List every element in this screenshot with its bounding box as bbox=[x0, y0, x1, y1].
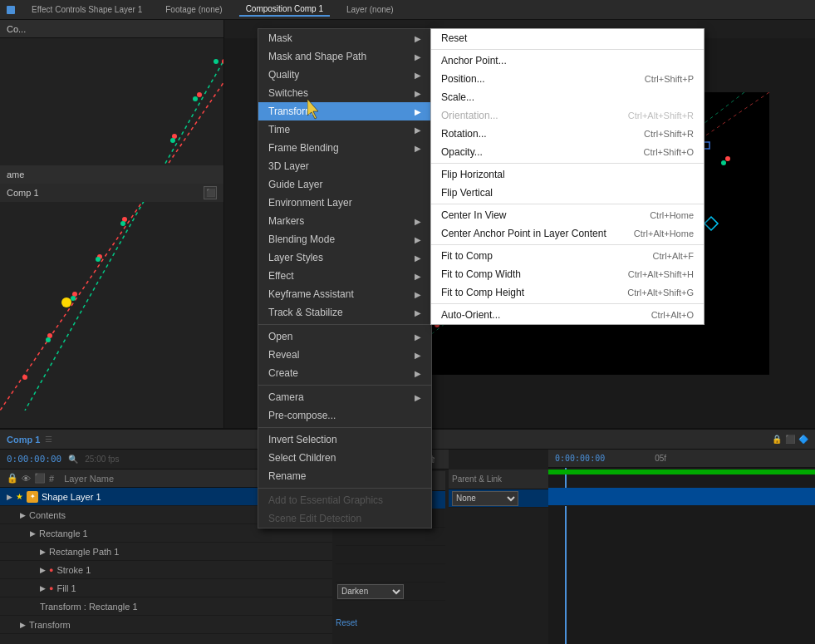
menu-item-time[interactable]: Time ▶ bbox=[258, 120, 431, 139]
menu-sep-4 bbox=[258, 488, 431, 489]
tab-effect-controls[interactable]: Effect Controls Shape Layer 1 bbox=[25, 3, 149, 16]
submenu-sep-4 bbox=[431, 244, 704, 245]
expand-arrow-2[interactable]: ▶ bbox=[20, 511, 26, 519]
svg-point-13 bbox=[170, 138, 175, 143]
track-bar-green bbox=[548, 469, 815, 474]
menu-item-environment-layer[interactable]: Environment Layer bbox=[258, 194, 431, 212]
menu-arrow-blending-mode: ▶ bbox=[415, 235, 421, 244]
menu-arrow-camera: ▶ bbox=[415, 393, 421, 402]
layer-row[interactable]: ▶ Transform bbox=[0, 616, 332, 634]
submenu-item-fit-comp-width[interactable]: Fit to Comp Width Ctrl+Alt+Shift+H bbox=[431, 265, 704, 283]
submenu-fit-comp-width-shortcut: Ctrl+Alt+Shift+H bbox=[628, 269, 694, 279]
layer-row[interactable]: ▶ ● Fill 1 bbox=[0, 579, 332, 597]
parent-link-col: Parent & Link None bbox=[449, 469, 548, 644]
menu-item-mask[interactable]: Mask ▶ bbox=[258, 29, 431, 47]
submenu-item-flip-v[interactable]: Flip Vertical bbox=[431, 184, 704, 202]
fps-display: 25:00 fps bbox=[85, 455, 119, 464]
menu-item-invert-selection[interactable]: Invert Selection bbox=[258, 430, 431, 449]
submenu-item-flip-h[interactable]: Flip Horizontal bbox=[431, 165, 704, 184]
menu-item-guide-layer[interactable]: Guide Layer bbox=[258, 175, 431, 194]
submenu-center-view-shortcut: Ctrl+Home bbox=[650, 210, 694, 220]
svg-point-12 bbox=[193, 96, 198, 101]
menu-item-quality[interactable]: Quality ▶ bbox=[258, 66, 431, 84]
submenu-item-scale[interactable]: Scale... bbox=[431, 88, 704, 106]
submenu-rotation-shortcut: Ctrl+Shift+R bbox=[644, 129, 694, 139]
submenu-item-fit-comp[interactable]: Fit to Comp Ctrl+Alt+F bbox=[431, 247, 704, 265]
expand-arrow[interactable]: ▶ bbox=[7, 493, 12, 501]
menu-item-track-stabilize[interactable]: Track & Stabilize ▶ bbox=[258, 303, 431, 322]
submenu-item-fit-comp-height[interactable]: Fit to Comp Height Ctrl+Alt+Shift+G bbox=[431, 283, 704, 302]
menu-item-open[interactable]: Open ▶ bbox=[258, 327, 431, 346]
menu-item-mask-shape[interactable]: Mask and Shape Path ▶ bbox=[258, 47, 431, 66]
menu-item-pre-compose[interactable]: Pre-compose... bbox=[258, 406, 431, 425]
menu-item-markers[interactable]: Markers ▶ bbox=[258, 212, 431, 230]
stroke-label: Stroke 1 bbox=[56, 565, 91, 575]
menu-item-select-children[interactable]: Select Children bbox=[258, 449, 431, 467]
menu-arrow-mask: ▶ bbox=[415, 34, 421, 43]
blend-select-darken[interactable]: Darken bbox=[337, 584, 404, 599]
menu-item-3d-layer[interactable]: 3D Layer bbox=[258, 157, 431, 175]
tab-composition[interactable]: Composition Comp 1 bbox=[239, 2, 330, 17]
menu-item-blending-mode[interactable]: Blending Mode ▶ bbox=[258, 230, 431, 248]
menu-item-rename[interactable]: Rename bbox=[258, 467, 431, 485]
submenu-center-anchor-label: Center Anchor Point in Layer Content bbox=[441, 228, 606, 239]
submenu-anchor-label: Anchor Point... bbox=[441, 55, 507, 66]
tab-footage[interactable]: Footage (none) bbox=[159, 3, 228, 16]
menu-item-track-stabilize-label: Track & Stabilize bbox=[268, 307, 343, 318]
menu-item-camera[interactable]: Camera ▶ bbox=[258, 388, 431, 406]
submenu-flip-h-label: Flip Horizontal bbox=[441, 169, 505, 180]
menu-item-frame-blending[interactable]: Frame Blending ▶ bbox=[258, 139, 431, 157]
timecode-display: 0:00:00:00 bbox=[7, 454, 61, 465]
layer-row[interactable]: ▶ ● Stroke 1 bbox=[0, 561, 332, 579]
transform-submenu: Reset Anchor Point... Position... Ctrl+S… bbox=[430, 28, 705, 325]
menu-item-switches[interactable]: Switches ▶ bbox=[258, 84, 431, 102]
blend-row-4 bbox=[336, 546, 445, 564]
menu-arrow-effect: ▶ bbox=[415, 272, 421, 281]
menu-item-reveal[interactable]: Reveal ▶ bbox=[258, 346, 431, 364]
submenu-item-center-in-view[interactable]: Center In View Ctrl+Home bbox=[431, 206, 704, 224]
menu-item-guide-layer-label: Guide Layer bbox=[268, 179, 322, 190]
menu-arrow-reveal: ▶ bbox=[415, 351, 421, 360]
menu-item-3d-layer-label: 3D Layer bbox=[268, 160, 309, 172]
solo-icon[interactable]: ⬛ bbox=[785, 435, 795, 444]
submenu-item-anchor-point[interactable]: Anchor Point... bbox=[431, 52, 704, 70]
layer-row[interactable]: ▶ Rectangle Path 1 bbox=[0, 543, 332, 561]
menu-item-mask-label: Mask bbox=[268, 32, 292, 44]
submenu-fit-comp-width-label: Fit to Comp Width bbox=[441, 268, 521, 280]
comp-name-timeline: Comp 1 bbox=[7, 435, 40, 445]
menu-item-effect[interactable]: Effect ▶ bbox=[258, 267, 431, 285]
track-bar-layer bbox=[548, 488, 815, 506]
submenu-item-orientation: Orientation... Ctrl+Alt+Shift+R bbox=[431, 106, 704, 125]
submenu-item-auto-orient[interactable]: Auto-Orient... Ctrl+Alt+O bbox=[431, 306, 704, 324]
timeline-sep: ☰ bbox=[45, 435, 52, 444]
menu-item-layer-styles[interactable]: Layer Styles ▶ bbox=[258, 248, 431, 267]
submenu-item-rotation[interactable]: Rotation... Ctrl+Shift+R bbox=[431, 125, 704, 143]
submenu-item-center-anchor[interactable]: Center Anchor Point in Layer Content Ctr… bbox=[431, 224, 704, 243]
menu-arrow-switches: ▶ bbox=[415, 89, 421, 98]
reset-label[interactable]: Reset bbox=[336, 618, 357, 627]
svg-point-24 bbox=[725, 156, 730, 161]
submenu-auto-orient-label: Auto-Orient... bbox=[441, 309, 500, 321]
fill-label: Fill 1 bbox=[56, 583, 76, 593]
submenu-sep-3 bbox=[431, 204, 704, 204]
submenu-position-label: Position... bbox=[441, 73, 485, 85]
menu-item-create[interactable]: Create ▶ bbox=[258, 364, 431, 382]
menu-item-switches-label: Switches bbox=[268, 87, 308, 99]
arrow-transform: ▶ bbox=[20, 621, 26, 629]
lock-icon[interactable]: 🔒 bbox=[772, 435, 782, 444]
submenu-item-reset[interactable]: Reset bbox=[431, 29, 704, 47]
search-icon[interactable]: 🔍 bbox=[68, 455, 78, 464]
submenu-item-opacity[interactable]: Opacity... Ctrl+Shift+O bbox=[431, 143, 704, 161]
menu-arrow-keyframe: ▶ bbox=[415, 290, 421, 299]
shy-icon[interactable]: 🔷 bbox=[798, 435, 808, 444]
comp-label-left: Comp 1 ⬛ bbox=[0, 184, 223, 202]
stroke-color-dot: ● bbox=[49, 566, 53, 574]
expand-arrow-3[interactable]: ▶ bbox=[30, 529, 36, 538]
parent-select[interactable]: None bbox=[452, 491, 518, 506]
submenu-item-position[interactable]: Position... Ctrl+Shift+P bbox=[431, 70, 704, 88]
menu-item-transform[interactable]: Transform ▶ bbox=[258, 102, 431, 120]
lock-col: 🔒 bbox=[7, 473, 18, 484]
layer-row[interactable]: Transform : Rectangle 1 bbox=[0, 597, 332, 616]
menu-item-keyframe-assistant[interactable]: Keyframe Assistant ▶ bbox=[258, 285, 431, 303]
tab-layer[interactable]: Layer (none) bbox=[340, 3, 400, 16]
